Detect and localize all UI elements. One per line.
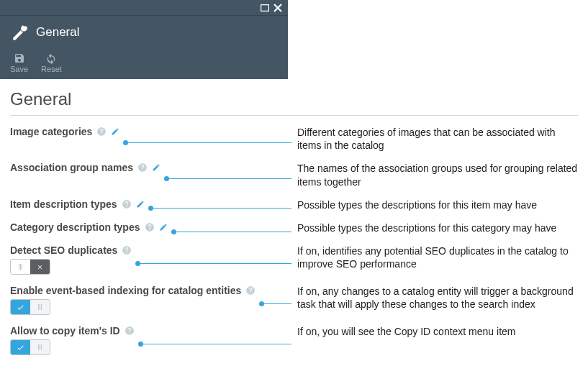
save-button[interactable]: Save: [10, 52, 28, 73]
save-icon: [14, 52, 25, 64]
window-controls: [0, 0, 288, 16]
settings-content: General Image categoriesDifferent catego…: [0, 79, 588, 355]
setting-label-wrap: Allow to copy item's ID: [10, 325, 135, 337]
setting-row: Item description typesPossible types the…: [10, 198, 578, 211]
reset-icon: [45, 52, 57, 64]
wrench-icon: [10, 23, 29, 42]
setting-label: Allow to copy item's ID: [10, 325, 120, 337]
setting-label-wrap: Detect SEO duplicates: [10, 244, 132, 256]
setting-label-wrap: Enable event-based indexing for catalog …: [10, 285, 255, 296]
setting-label-wrap: Category description types: [10, 221, 168, 233]
leader-line: [261, 303, 291, 304]
setting-label: Enable event-based indexing for catalog …: [10, 285, 241, 296]
edit-icon[interactable]: [152, 163, 160, 172]
edit-icon[interactable]: [111, 127, 119, 136]
setting-description: Possible types the descriptions for this…: [297, 198, 578, 211]
setting-label: Association group names: [10, 162, 133, 173]
setting-label: Category description types: [10, 221, 140, 233]
setting-label-block: Association group names: [10, 162, 160, 173]
setting-description: If on, any changes to a catalog entity w…: [297, 285, 578, 311]
setting-label-block: Enable event-based indexing for catalog …: [10, 285, 255, 315]
help-icon[interactable]: [137, 163, 148, 173]
toggle-switch[interactable]: [10, 259, 50, 275]
setting-row: Detect SEO duplicatesIf on, identifies a…: [10, 244, 578, 275]
help-icon[interactable]: [122, 245, 132, 255]
leader-line: [173, 232, 292, 232]
leader-line: [125, 142, 291, 143]
setting-label: Item description types: [10, 198, 117, 210]
help-icon[interactable]: [122, 199, 132, 209]
svg-rect-0: [261, 4, 269, 11]
panel-title-row: General: [0, 16, 288, 49]
setting-label: Image categories: [10, 126, 92, 137]
setting-label-block: Detect SEO duplicates: [10, 244, 132, 275]
help-icon[interactable]: [145, 222, 155, 232]
divider: [10, 115, 578, 116]
setting-description: Different categories of images that can …: [297, 126, 578, 152]
maximize-icon[interactable]: [261, 4, 269, 12]
help-icon[interactable]: [245, 285, 255, 296]
help-icon[interactable]: [125, 326, 135, 336]
setting-description: If on, you will see the Copy ID context …: [297, 325, 578, 338]
setting-label-block: Image categories: [10, 126, 119, 137]
setting-row: Allow to copy item's IDIf on, you will s…: [10, 325, 578, 355]
setting-label-wrap: Image categories: [10, 126, 119, 137]
panel-header: General Save Reset: [0, 0, 288, 79]
save-label: Save: [10, 65, 28, 73]
leader-line: [166, 178, 291, 179]
page-heading: General: [10, 89, 578, 109]
close-icon[interactable]: [273, 4, 282, 12]
setting-label-wrap: Item description types: [10, 198, 145, 210]
edit-icon[interactable]: [159, 223, 168, 232]
toolbar: Save Reset: [0, 49, 288, 79]
setting-label-wrap: Association group names: [10, 162, 160, 173]
edit-icon[interactable]: [136, 200, 145, 209]
setting-row: Association group namesThe names of the …: [10, 162, 578, 188]
setting-description: Possible types the descriptions for this…: [297, 221, 578, 234]
setting-description: The names of the association groups used…: [297, 162, 578, 188]
setting-row: Image categoriesDifferent categories of …: [10, 126, 578, 152]
setting-label: Detect SEO duplicates: [10, 244, 117, 256]
setting-row: Category description typesPossible types…: [10, 221, 578, 234]
help-icon[interactable]: [96, 127, 107, 137]
panel-title: General: [36, 25, 79, 40]
setting-label-block: Item description types: [10, 198, 145, 210]
leader-line: [150, 208, 291, 209]
setting-description: If on, identifies any potential SEO dupl…: [297, 244, 578, 270]
reset-label: Reset: [41, 65, 62, 73]
reset-button[interactable]: Reset: [41, 52, 62, 73]
settings-list: Image categoriesDifferent categories of …: [10, 126, 578, 355]
setting-label-block: Allow to copy item's ID: [10, 325, 135, 355]
toggle-switch[interactable]: [10, 299, 50, 315]
setting-row: Enable event-based indexing for catalog …: [10, 285, 578, 315]
leader-line: [137, 263, 291, 264]
toggle-switch[interactable]: [10, 339, 50, 355]
setting-label-block: Category description types: [10, 221, 168, 233]
leader-line: [140, 344, 291, 344]
